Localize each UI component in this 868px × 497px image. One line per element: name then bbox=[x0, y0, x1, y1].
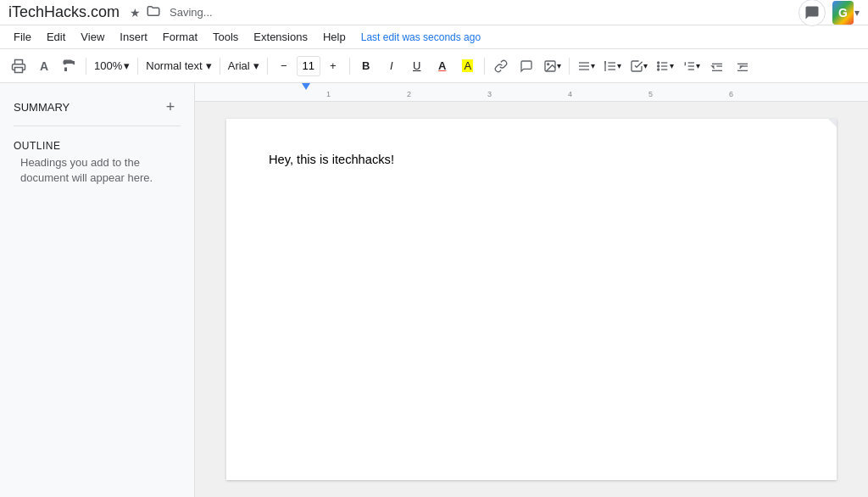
insert-link-button[interactable] bbox=[489, 54, 513, 78]
sidebar: SUMMARY + OUTLINE Headings you add to th… bbox=[0, 83, 195, 497]
divider-7 bbox=[569, 58, 570, 75]
menu-help[interactable]: Help bbox=[316, 28, 353, 46]
zoom-value: 100% bbox=[94, 59, 122, 72]
text-align-button[interactable]: ▾ bbox=[574, 54, 598, 78]
divider-3 bbox=[220, 58, 220, 75]
paragraph-style-selector[interactable]: Normal text ▾ bbox=[142, 55, 214, 77]
svg-point-15 bbox=[657, 69, 659, 70]
insert-comment-button[interactable] bbox=[515, 54, 538, 78]
ruler-mark-5: 5 bbox=[648, 90, 653, 98]
divider-4 bbox=[267, 58, 268, 75]
bold-button[interactable]: B bbox=[354, 54, 378, 78]
spell-check-button[interactable]: A bbox=[32, 54, 56, 78]
menu-edit[interactable]: Edit bbox=[40, 28, 72, 46]
underline-button[interactable]: U bbox=[405, 54, 429, 78]
paragraph-style-value: Normal text bbox=[146, 59, 202, 72]
right-icons: G ▾ bbox=[798, 0, 860, 26]
document-title[interactable]: iTechHacks.com bbox=[8, 3, 120, 21]
ruler-mark-2: 2 bbox=[407, 90, 411, 98]
divider-5 bbox=[349, 58, 350, 75]
toolbar: A 100% ▾ Normal text ▾ Arial ▾ − + B I U… bbox=[0, 49, 868, 83]
menu-tools[interactable]: Tools bbox=[206, 28, 245, 46]
ruler-mark-1: 1 bbox=[326, 90, 331, 98]
divider-2 bbox=[137, 58, 138, 75]
divider-1 bbox=[86, 58, 86, 75]
indent-decrease-button[interactable] bbox=[705, 54, 729, 78]
checklist-button[interactable]: ▾ bbox=[626, 54, 651, 78]
ruler: 1 2 3 4 5 6 bbox=[195, 83, 868, 102]
divider-6 bbox=[484, 58, 485, 75]
font-color-letter: A bbox=[438, 59, 446, 72]
numbered-list-button[interactable]: ▾ bbox=[679, 54, 704, 78]
menu-file[interactable]: File bbox=[7, 28, 38, 46]
font-size-decrease-button[interactable]: − bbox=[272, 54, 296, 78]
summary-label: SUMMARY bbox=[14, 101, 70, 114]
menu-insert[interactable]: Insert bbox=[113, 28, 154, 46]
svg-point-14 bbox=[657, 65, 659, 67]
indent-increase-button[interactable] bbox=[731, 54, 754, 78]
svg-point-13 bbox=[657, 62, 659, 64]
svg-point-2 bbox=[547, 63, 548, 64]
main-area: SUMMARY + OUTLINE Headings you add to th… bbox=[0, 83, 868, 497]
outline-label: OUTLINE bbox=[14, 140, 181, 152]
zoom-chevron: ▾ bbox=[124, 59, 130, 72]
insert-image-button[interactable]: ▾ bbox=[540, 54, 565, 78]
zoom-selector[interactable]: 100% ▾ bbox=[91, 55, 133, 77]
font-value: Arial bbox=[228, 59, 250, 72]
italic-button[interactable]: I bbox=[380, 54, 403, 78]
document-scroll[interactable]: Hey, this is itechhacks! bbox=[195, 102, 868, 497]
summary-add-button[interactable]: + bbox=[160, 97, 181, 117]
title-icons: ★ Saving... bbox=[130, 3, 213, 21]
paragraph-style-chevron: ▾ bbox=[206, 59, 212, 72]
menu-bar: File Edit View Insert Format Tools Exten… bbox=[0, 25, 868, 49]
menu-format[interactable]: Format bbox=[156, 28, 204, 46]
google-apps-button[interactable]: G ▾ bbox=[832, 0, 860, 26]
document-page: Hey, this is itechhacks! bbox=[226, 119, 837, 480]
document-content[interactable]: Hey, this is itechhacks! bbox=[269, 153, 794, 407]
line-spacing-button[interactable]: ▾ bbox=[600, 54, 625, 78]
ruler-inner: 1 2 3 4 5 6 bbox=[246, 83, 868, 101]
outline-section: OUTLINE Headings you add to the document… bbox=[7, 140, 187, 189]
sidebar-divider bbox=[14, 126, 181, 126]
star-icon[interactable]: ★ bbox=[130, 6, 141, 20]
folder-icon[interactable] bbox=[146, 3, 161, 21]
document-paragraph[interactable]: Hey, this is itechhacks! bbox=[269, 153, 794, 166]
summary-section-header: SUMMARY + bbox=[7, 93, 187, 120]
font-chevron: ▾ bbox=[253, 59, 259, 72]
paint-format-button[interactable] bbox=[58, 54, 81, 78]
font-selector[interactable]: Arial ▾ bbox=[225, 55, 263, 77]
menu-extensions[interactable]: Extensions bbox=[247, 28, 314, 46]
font-size-increase-button[interactable]: + bbox=[321, 54, 345, 78]
last-edit-link[interactable]: Last edit was seconds ago bbox=[361, 31, 481, 43]
ruler-mark-4: 4 bbox=[568, 90, 572, 98]
top-bar: iTechHacks.com ★ Saving... G ▾ bbox=[0, 0, 868, 25]
comment-button[interactable] bbox=[798, 0, 826, 26]
ruler-mark-6: 6 bbox=[729, 90, 733, 98]
font-color-button[interactable]: A bbox=[431, 54, 454, 78]
font-size-input[interactable] bbox=[297, 56, 320, 76]
ruler-indent-marker[interactable] bbox=[302, 83, 310, 90]
ruler-mark-3: 3 bbox=[487, 90, 492, 98]
print-button[interactable] bbox=[7, 54, 31, 78]
content-area: 1 2 3 4 5 6 Hey, this is itechhacks! bbox=[195, 83, 868, 497]
page-corner bbox=[828, 119, 837, 127]
outline-hint: Headings you add to the document will ap… bbox=[14, 152, 181, 189]
highlight-button[interactable]: A bbox=[456, 54, 480, 78]
svg-rect-0 bbox=[15, 67, 23, 72]
saving-text: Saving... bbox=[170, 6, 213, 19]
font-size-area: − + bbox=[272, 54, 345, 78]
menu-view[interactable]: View bbox=[74, 28, 111, 46]
bullet-list-button[interactable]: ▾ bbox=[653, 54, 677, 78]
